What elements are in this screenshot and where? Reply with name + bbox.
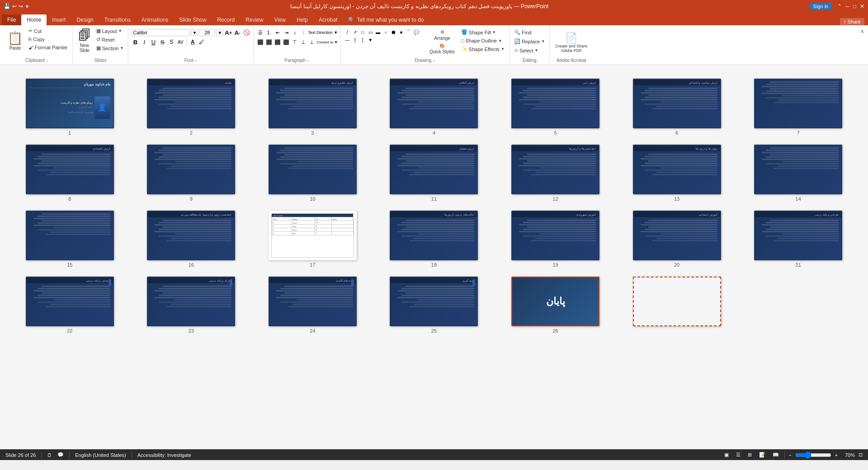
- outline-view-button[interactable]: ☰: [734, 451, 742, 459]
- tab-slideshow[interactable]: Slide Show: [174, 14, 212, 25]
- shape-fill-button[interactable]: 🪣 Shape Fill ▼: [459, 28, 506, 36]
- line-spacing-button[interactable]: ↕: [291, 28, 299, 37]
- align-left-button[interactable]: ⬛: [256, 38, 264, 46]
- font-name-input[interactable]: [131, 29, 190, 36]
- shape-line[interactable]: /: [344, 28, 351, 36]
- slide-item-15[interactable]: 15: [14, 211, 126, 268]
- tab-animations[interactable]: Animations: [136, 14, 174, 25]
- shape-bracket[interactable]: [: [359, 36, 366, 43]
- slide-item-9[interactable]: 9: [135, 145, 248, 202]
- decrease-indent-button[interactable]: ⇤: [274, 28, 282, 37]
- shape-callout[interactable]: 💬: [413, 28, 420, 36]
- slide-item-26[interactable]: پایان 26: [499, 277, 612, 334]
- clipboard-expand-icon[interactable]: ⌄: [46, 58, 49, 62]
- save-icon[interactable]: 💾: [4, 3, 10, 9]
- shape-line2[interactable]: —: [344, 36, 351, 43]
- text-shadow-button[interactable]: S: [167, 38, 175, 46]
- slide-item-11[interactable]: ارزش معلمان 11: [378, 145, 491, 202]
- bullets-button[interactable]: ☰: [256, 28, 264, 37]
- tab-record[interactable]: Record: [212, 14, 240, 25]
- font-expand-icon[interactable]: ⌄: [194, 58, 198, 62]
- notes-view-button[interactable]: 📝: [757, 451, 767, 459]
- slide-item-12[interactable]: خط مشی ها و ارزش ها 12: [499, 145, 612, 202]
- shape-rect3[interactable]: ▬: [374, 28, 382, 36]
- font-color-button[interactable]: A: [189, 38, 197, 46]
- shape-rect2[interactable]: ▭: [367, 28, 374, 36]
- tab-home[interactable]: Home: [21, 14, 47, 25]
- slide-item-17[interactable]: جدول ارزیابی ردیفموضوعنمرهتوضیح 1ارزش10 …: [256, 211, 369, 268]
- shape-rect[interactable]: □: [359, 28, 366, 36]
- cut-button[interactable]: ✂ Cut: [27, 27, 70, 35]
- format-painter-button[interactable]: 🖌 Format Painter: [27, 44, 70, 51]
- italic-button[interactable]: I: [140, 38, 148, 46]
- create-share-pdf-button[interactable]: 📄 Create and ShareAdobe PDF: [552, 29, 590, 57]
- sign-in-button[interactable]: Sign in: [810, 3, 832, 10]
- zoom-out-button[interactable]: −: [788, 452, 791, 458]
- slide-item-8[interactable]: ارزش اقتصادی 8: [14, 145, 126, 202]
- slide-item-21[interactable]: طراحی برنامه درسی 21: [742, 211, 854, 268]
- copy-button[interactable]: ⎘ Copy: [27, 36, 70, 43]
- slide-item-23[interactable]: اجرای برنامه درسی 23: [135, 277, 248, 334]
- convert-smartart-button[interactable]: Convert to ▼: [316, 38, 338, 46]
- select-button[interactable]: ⊹ Select ▼: [512, 47, 547, 54]
- shape-effects-button[interactable]: ✨ Shape Effects ▼: [459, 45, 506, 53]
- close-icon[interactable]: ✕: [860, 3, 864, 9]
- slide-item-3[interactable]: ارزش تعلیم و تربیه 3: [256, 79, 369, 136]
- replace-button[interactable]: 🔄 Replace ▼: [512, 38, 547, 45]
- columns-button[interactable]: ⋮: [299, 28, 307, 37]
- char-spacing-button[interactable]: AV: [176, 38, 184, 46]
- shape-oval[interactable]: ○: [382, 28, 389, 36]
- font-size-input[interactable]: [199, 29, 215, 36]
- slide-item-4[interactable]: ارزش اخلاقی 4: [378, 79, 491, 136]
- slide-item-6[interactable]: ارزش سیاسی و اجتماعی 6: [621, 79, 733, 136]
- quick-styles-button[interactable]: 🎨 Quick Styles: [427, 42, 458, 55]
- slide-item-10[interactable]: 10: [256, 145, 369, 202]
- slide-item-5[interactable]: ارزش دینی 5: [499, 79, 612, 136]
- tab-acrobat[interactable]: Acrobat: [313, 14, 343, 25]
- tab-review[interactable]: Review: [240, 14, 269, 25]
- shape-more[interactable]: ▼: [367, 36, 374, 43]
- strikethrough-button[interactable]: S: [158, 38, 166, 46]
- align-center-button[interactable]: ⬛: [265, 38, 273, 46]
- font-name-dropdown-icon[interactable]: ▼: [191, 29, 198, 36]
- shape-outline-button[interactable]: □ Shape Outline ▼: [459, 37, 506, 44]
- decrease-font-button[interactable]: A-: [233, 28, 241, 37]
- find-button[interactable]: 🔍 Find: [512, 28, 547, 36]
- zoom-slider[interactable]: [795, 451, 831, 459]
- slide-item-19[interactable]: آموزش شهروندی 19: [499, 211, 612, 268]
- shape-chevron[interactable]: ⬟: [390, 28, 397, 36]
- slide-item-20[interactable]: آموزش اجتماعی 20: [621, 211, 733, 268]
- font-size-dropdown-icon[interactable]: ▼: [216, 29, 223, 36]
- zoom-in-button[interactable]: +: [835, 452, 838, 458]
- tab-insert[interactable]: Insert: [47, 14, 71, 25]
- ribbon-collapse-icon[interactable]: ⌃: [837, 3, 842, 9]
- new-slide-button[interactable]: 🗐 NewSlide: [75, 27, 94, 55]
- arrange-button[interactable]: ⧉ Arrange: [427, 28, 458, 42]
- minimize-icon[interactable]: ─: [845, 3, 849, 9]
- tab-file[interactable]: File: [2, 14, 21, 25]
- align-bottom-button[interactable]: ⊥: [308, 38, 316, 46]
- slide-item-14[interactable]: 14: [742, 145, 854, 202]
- highlight-button[interactable]: 🖊: [198, 38, 206, 46]
- reset-button[interactable]: ↺ Reset: [94, 36, 126, 43]
- text-direction-button[interactable]: Text Direction ▼: [308, 28, 338, 37]
- numbering-button[interactable]: 1.: [265, 28, 273, 37]
- align-middle-button[interactable]: ⊥: [299, 38, 307, 46]
- align-top-button[interactable]: ⊤: [291, 38, 299, 46]
- justify-button[interactable]: ⬛: [282, 38, 290, 46]
- tab-view[interactable]: View: [269, 14, 291, 25]
- slide-item-1[interactable]: بنام خداوند مهربان رویکردهای نظریه و کار…: [14, 79, 126, 136]
- paragraph-expand-icon[interactable]: ⌄: [307, 58, 310, 62]
- slide-item-25[interactable]: کتیبه گیری 25: [378, 277, 491, 334]
- shape-arrow[interactable]: ↗: [351, 28, 359, 36]
- slide-sorter-button[interactable]: ⊞: [746, 451, 754, 459]
- tab-search[interactable]: 🔍 Tell me what you want to do: [343, 14, 429, 25]
- share-button[interactable]: ↑ Share: [840, 18, 864, 25]
- bold-button[interactable]: B: [131, 38, 139, 46]
- drawing-expand-icon[interactable]: ⌄: [432, 58, 435, 62]
- tab-help[interactable]: Help: [291, 14, 313, 25]
- section-button[interactable]: ▦ Section ▼: [94, 44, 126, 52]
- slide-area[interactable]: بنام خداوند مهربان رویکردهای نظریه و کار…: [0, 65, 868, 449]
- fit-slide-button[interactable]: ⊡: [859, 452, 863, 458]
- slide-item-22[interactable]: سنجش برنامه درسی 22: [14, 277, 126, 334]
